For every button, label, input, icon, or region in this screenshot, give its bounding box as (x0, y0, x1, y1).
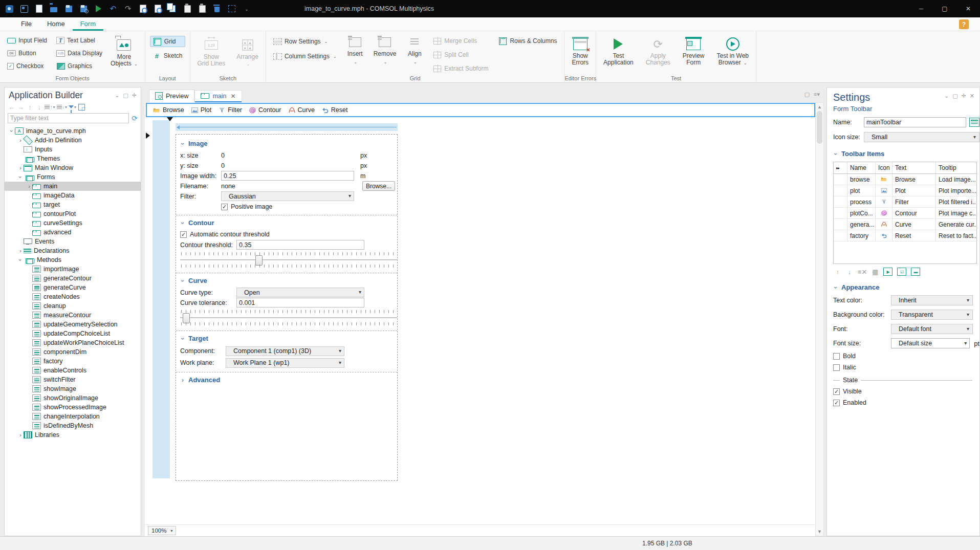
icon-size-select[interactable]: Small (864, 132, 979, 142)
bold-checkbox[interactable] (833, 353, 840, 360)
tree-item-updateWorkPlaneChoiceList[interactable]: updateWorkPlaneChoiceList (5, 338, 141, 347)
tree-item-Add-in Definition[interactable]: ›Add-in Definition (5, 136, 141, 145)
text-color-select[interactable]: Inherit (891, 295, 973, 305)
work-plane-select[interactable]: Work Plane 1 (wp1) (226, 358, 344, 368)
find-doc-icon[interactable] (154, 5, 162, 13)
tab-main[interactable]: main ✕ (194, 90, 242, 102)
grid-mode-button[interactable]: Grid (150, 36, 185, 47)
tree-expander-icon[interactable]: › (9, 128, 15, 134)
remove-button[interactable]: Remove⌄ (371, 34, 399, 67)
test-application-button[interactable]: Test Application (601, 36, 636, 68)
visible-checkbox[interactable]: ✓ (833, 388, 840, 395)
appearance-section[interactable]: ›Appearance (833, 283, 979, 291)
new-file-icon[interactable] (35, 5, 43, 13)
sketch-mode-button[interactable]: #Sketch (150, 50, 185, 61)
tree-item-switchFilter[interactable]: switchFilter (5, 375, 141, 384)
toolbar-item-row-Reset[interactable]: factoryResetReset to fact... (834, 230, 976, 241)
float-icon[interactable]: ▢ (804, 91, 810, 98)
background-color-select[interactable]: Transparent (891, 310, 973, 320)
section-image[interactable]: ›Image (180, 140, 393, 147)
browse-toolbar-button[interactable]: Browse (151, 106, 186, 114)
save-icon[interactable] (64, 5, 73, 13)
tree-item-Declarations[interactable]: ›Declarations (5, 246, 141, 255)
tree-item-enableControls[interactable]: enableControls (5, 366, 141, 375)
contour-threshold-slider[interactable] (180, 251, 397, 269)
run-icon[interactable] (94, 5, 102, 13)
delete-icon[interactable] (213, 5, 221, 13)
edit-item-icon[interactable]: ▦ (872, 268, 879, 276)
input-field-button[interactable]: Input Field (5, 35, 50, 46)
curve-slider-handle[interactable] (183, 313, 190, 323)
tree-item-Main Window[interactable]: ›Main Window (5, 163, 141, 172)
tree-item-showProcessedImage[interactable]: showProcessedImage (5, 403, 141, 412)
contour-slider-handle[interactable] (255, 255, 263, 266)
toolbar-item-row-Contour[interactable]: plotCo...ContourPlot image c... (834, 208, 976, 219)
model-wizard-icon[interactable] (20, 5, 28, 13)
browse-file-button[interactable]: Browse... (362, 181, 395, 191)
form-grid-cell[interactable]: ›Image x: size0px y: size0px Image width… (176, 134, 398, 481)
section-target[interactable]: ›Target (180, 335, 393, 342)
contour-threshold-input[interactable] (236, 240, 364, 250)
curve-tolerance-input[interactable] (236, 298, 364, 307)
insert-button[interactable]: Insert⌄ (344, 34, 366, 67)
open-file-icon[interactable] (50, 5, 58, 13)
button-object-button[interactable]: OKButton (5, 48, 50, 59)
positive-image-checkbox[interactable]: ✓ (221, 204, 228, 210)
tree-expander-icon[interactable]: › (17, 257, 24, 263)
model-tree-icon[interactable] (78, 103, 85, 111)
more-objects-button[interactable]: More Objects ⌄ (108, 37, 140, 69)
add-separator-icon[interactable]: ▬ (911, 268, 920, 276)
tree-item-Inputs[interactable]: Inputs (5, 145, 141, 154)
select-region-icon[interactable] (228, 5, 236, 13)
redo-icon[interactable]: ↷ (124, 5, 132, 13)
scroll-down-icon[interactable]: ▼ (817, 528, 822, 535)
rows-columns-button[interactable]: Rows & Columns (496, 35, 559, 47)
app-icon[interactable] (5, 5, 13, 13)
contour-toolbar-button[interactable]: Contour (247, 106, 283, 114)
tree-item-measureContour[interactable]: measureContour (5, 311, 141, 320)
chevron-down-icon[interactable]: ⌄ (944, 93, 949, 99)
show-errors-button[interactable]: Show Errors (569, 36, 591, 67)
tree-item-createNodes[interactable]: createNodes (5, 292, 141, 301)
tab-list-icon[interactable]: ≡▾ (814, 91, 820, 98)
text-label-button[interactable]: TText Label (54, 35, 105, 46)
tree-item-Methods[interactable]: ›Methods (5, 255, 141, 265)
tree-expander-icon[interactable]: › (26, 183, 32, 189)
tree-expander-icon[interactable]: › (17, 432, 24, 438)
forward-icon[interactable]: → (17, 103, 25, 111)
align-button[interactable]: Align⌄ (404, 34, 425, 67)
add-button-icon[interactable]: ▶ (883, 268, 892, 276)
tree-filter-input[interactable] (8, 113, 129, 123)
tree-item-imageData[interactable]: imageData (5, 191, 141, 200)
tab-preview[interactable]: Preview (149, 90, 194, 102)
column-settings-button[interactable]: Column Settings⌄ (271, 51, 339, 62)
grid-column-header[interactable] (176, 123, 398, 131)
section-curve[interactable]: ›Curve (180, 277, 393, 284)
name-input[interactable] (864, 117, 966, 127)
customize-toolbar-icon[interactable]: ⌄ (243, 5, 251, 13)
plot-toolbar-button[interactable]: Plot (189, 106, 214, 114)
expand-all-icon[interactable]: ↑▾ (45, 103, 55, 111)
undo-icon[interactable]: ↶ (109, 5, 117, 13)
tree-item-updateGeometrySelection[interactable]: updateGeometrySelection (5, 320, 141, 329)
curve-type-select[interactable]: Open (236, 288, 364, 297)
filter-icon[interactable]: ▾ (69, 103, 76, 111)
preview-form-button[interactable]: Preview Form (680, 36, 707, 68)
grid-row-header[interactable] (153, 120, 170, 478)
tree-expander-icon[interactable]: › (17, 248, 24, 254)
delete-item-icon[interactable]: ≡✕ (858, 268, 867, 276)
tree-item-curveSettings[interactable]: curveSettings (5, 218, 141, 228)
form-toolbar-object[interactable]: BrowsePlotFilterContourCurveReset (146, 103, 815, 117)
curve-toolbar-button[interactable]: Curve (286, 106, 317, 114)
filter-select[interactable]: Gaussian (221, 191, 354, 201)
tab-home[interactable]: Home (39, 18, 73, 31)
tree-item-Libraries[interactable]: ›Libraries (5, 430, 141, 439)
pin-icon[interactable]: ✛ (132, 92, 137, 99)
tab-form[interactable]: Form (73, 18, 103, 31)
tree-item-showOriginalImage[interactable]: showOriginalImage (5, 393, 141, 403)
move-down-icon[interactable]: ↓ (846, 268, 853, 276)
font-select[interactable]: Default font (891, 324, 973, 334)
tree-item-Forms[interactable]: ›Forms (5, 172, 141, 182)
tree-item-showImage[interactable]: showImage (5, 384, 141, 393)
toolbar-item-row-Plot[interactable]: plotPlotPlot importe... (834, 185, 976, 196)
